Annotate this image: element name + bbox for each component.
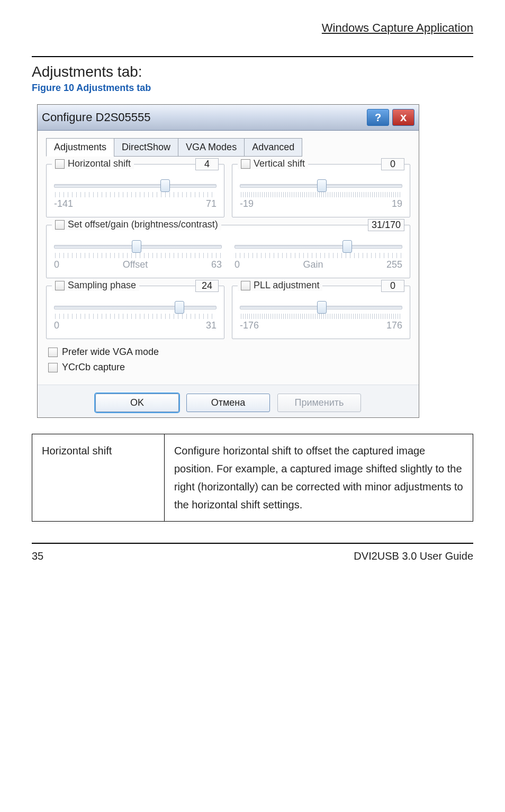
label-prefer-wide: Prefer wide VGA mode [62, 346, 159, 358]
checkbox-sphase[interactable] [55, 281, 65, 290]
tab-directshow[interactable]: DirectShow [114, 138, 178, 157]
dialog-titlebar[interactable]: Configure D2S05555 ? x [38, 105, 419, 131]
tab-strip: Adjustments DirectShow VGA Modes Advance… [46, 138, 410, 157]
label-pll: PLL adjustment [254, 280, 319, 291]
ticks-vshift [241, 192, 401, 197]
min-gain: 0 [235, 259, 240, 270]
slider-thumb-offset[interactable] [132, 240, 141, 253]
group-vertical-shift: Vertical shift 0 -19 19 [232, 164, 410, 217]
section-heading: Adjustments tab: [32, 63, 473, 80]
slider-gain[interactable] [235, 240, 402, 252]
label-vshift: Vertical shift [254, 158, 305, 169]
dialog-button-row: OK Отмена Применить [38, 385, 419, 417]
ticks-gain [236, 253, 401, 258]
cancel-button[interactable]: Отмена [186, 394, 270, 412]
help-button[interactable]: ? [367, 109, 389, 126]
group-offset-gain: Set offset/gain (brightness/contrast) 31… [46, 225, 410, 278]
slider-thumb-pll[interactable] [317, 301, 327, 314]
checkbox-hshift[interactable] [55, 159, 65, 169]
header-section: Windows Capture Application [32, 21, 473, 35]
tab-adjustments[interactable]: Adjustments [46, 138, 114, 157]
ticks-pll [241, 314, 401, 319]
value-vshift: 0 [381, 158, 404, 170]
footer-title: DVI2USB 3.0 User Guide [354, 550, 473, 562]
header-rule [32, 56, 473, 57]
desc-text: Configure horizontal shift to offset the… [164, 434, 473, 522]
value-hshift: 4 [195, 158, 219, 170]
tab-vgamodes[interactable]: VGA Modes [178, 138, 245, 157]
min-offset: 0 [54, 259, 59, 270]
slider-pll[interactable] [240, 301, 402, 313]
lbl-gain: Gain [240, 259, 386, 270]
figure-caption: Figure 10 Adjustments tab [32, 83, 473, 94]
tab-advanced[interactable]: Advanced [244, 138, 302, 157]
value-offgain: 31/170 [368, 219, 404, 231]
value-pll: 0 [381, 280, 404, 292]
label-ycrcb: YCrCb capture [62, 362, 125, 373]
checkbox-offgain[interactable] [55, 220, 65, 230]
slider-hshift[interactable] [54, 179, 217, 191]
value-sphase: 24 [195, 280, 219, 292]
close-button[interactable]: x [392, 109, 414, 126]
page-number: 35 [32, 550, 43, 562]
row-ycrcb[interactable]: YCrCb capture [48, 362, 410, 373]
group-sampling-phase: Sampling phase 24 0 31 [46, 286, 224, 339]
min-hshift: -141 [54, 198, 73, 209]
min-pll: -176 [240, 320, 259, 331]
max-vshift: 19 [392, 198, 402, 209]
checkbox-prefer-wide[interactable] [48, 348, 58, 357]
min-vshift: -19 [240, 198, 254, 209]
max-offset: 63 [211, 259, 222, 270]
max-gain: 255 [386, 259, 402, 270]
ticks-offset [55, 253, 221, 258]
ticks-sphase [55, 314, 215, 319]
desc-name: Horizontal shift [32, 434, 165, 522]
ticks-hshift [55, 192, 215, 197]
slider-sphase[interactable] [54, 301, 217, 313]
slider-thumb-vshift[interactable] [317, 179, 327, 192]
group-horizontal-shift: Horizontal shift 4 -141 71 [46, 164, 224, 217]
max-pll: 176 [386, 320, 402, 331]
slider-vshift[interactable] [240, 179, 402, 191]
apply-button[interactable]: Применить [277, 394, 361, 412]
slider-offset[interactable] [54, 240, 222, 252]
table-row: Horizontal shift Configure horizontal sh… [32, 434, 473, 522]
min-sphase: 0 [54, 320, 59, 331]
row-prefer-wide[interactable]: Prefer wide VGA mode [48, 346, 410, 358]
label-offgain: Set offset/gain (brightness/contrast) [68, 219, 218, 230]
description-table: Horizontal shift Configure horizontal sh… [32, 434, 473, 522]
slider-thumb-hshift[interactable] [160, 179, 170, 192]
checkbox-ycrcb[interactable] [48, 363, 58, 372]
lbl-offset: Offset [59, 259, 211, 270]
max-sphase: 31 [206, 320, 217, 331]
slider-thumb-gain[interactable] [342, 240, 352, 253]
group-pll: PLL adjustment 0 -176 176 [232, 286, 410, 339]
slider-thumb-sphase[interactable] [175, 301, 184, 314]
configure-dialog: Configure D2S05555 ? x Adjustments Direc… [37, 104, 419, 418]
ok-button[interactable]: OK [95, 394, 179, 412]
max-hshift: 71 [206, 198, 217, 209]
footer: 35 DVI2USB 3.0 User Guide [32, 543, 473, 562]
dialog-title: Configure D2S05555 [42, 111, 150, 124]
label-hshift: Horizontal shift [68, 158, 131, 169]
label-sphase: Sampling phase [68, 280, 136, 291]
checkbox-pll[interactable] [241, 281, 250, 290]
checkbox-vshift[interactable] [241, 159, 250, 169]
